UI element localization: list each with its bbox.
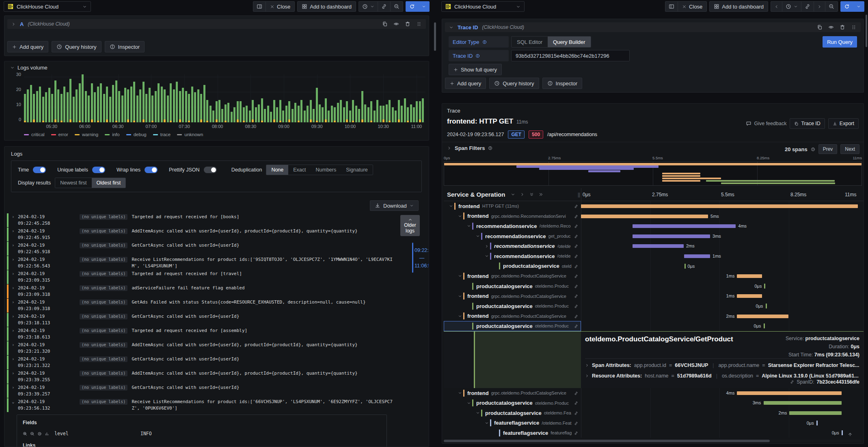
span-bar[interactable] xyxy=(737,294,762,298)
span-bar[interactable] xyxy=(581,204,858,208)
span-bar[interactable] xyxy=(684,254,710,258)
log-row[interactable]: ›2024-02-19 09:23:39.257(no unique label… xyxy=(7,384,396,398)
legend-item-trace[interactable]: trace xyxy=(153,132,171,137)
legend-item-unknown[interactable]: unknown xyxy=(177,132,203,137)
download-button[interactable]: Download xyxy=(370,200,419,211)
log-row[interactable]: ›2024-02-19 09:22:45.258(no unique label… xyxy=(7,213,396,227)
chevron-right-icon[interactable]: › xyxy=(12,214,18,226)
legend-item-critical[interactable]: critical xyxy=(24,132,45,137)
duplicate-query-icon[interactable] xyxy=(382,21,388,27)
horizontal-scrollbar[interactable] xyxy=(444,440,862,442)
span-row[interactable]: frontendgrpc.oteldemo.ProductCatalogServ… xyxy=(444,271,864,281)
span-row[interactable]: productcatalogserviceoteldemo.Produc0μs xyxy=(444,281,864,291)
log-row[interactable]: ›2024-02-19 09:23:39.255(no unique label… xyxy=(7,370,396,384)
span-row[interactable]: recommendationservice/otelde2ms xyxy=(444,241,864,251)
span-attributes-row[interactable]: Span Attributes:app.product.id=66VCHSJNU… xyxy=(585,362,859,368)
datasource-picker[interactable]: ClickHouse Cloud xyxy=(441,1,525,12)
span-bar[interactable] xyxy=(764,401,842,405)
legend-item-warning[interactable]: warning xyxy=(75,132,98,137)
copy-link-button[interactable] xyxy=(378,1,391,12)
span-row[interactable]: productcatalogserviceoteldemo.Produc3ms xyxy=(444,398,864,408)
span-row[interactable]: productcatalogserviceoteld0μs xyxy=(444,261,864,271)
display-option-oldest-first[interactable]: Oldest first xyxy=(92,178,126,188)
display-option-newest-first[interactable]: Newest first xyxy=(55,178,91,188)
log-scroll-indicator[interactable] xyxy=(412,243,413,273)
log-row[interactable]: ›2024-02-19 09:23:09.318(no unique label… xyxy=(7,299,396,312)
span-bar[interactable] xyxy=(737,391,841,395)
hide-query-icon[interactable] xyxy=(393,21,399,27)
span-tick[interactable] xyxy=(816,421,818,425)
run-query-button[interactable]: Run Query xyxy=(823,36,857,48)
show-full-query-button[interactable]: Show full query xyxy=(449,64,502,75)
prev-span-button[interactable]: Prev xyxy=(818,144,838,154)
time-shift-back-button[interactable] xyxy=(771,1,782,12)
span-row[interactable]: frontendHTTP GET (11ms) xyxy=(444,201,864,211)
chevron-down-icon[interactable]: ⌄ xyxy=(12,399,18,411)
chevron-right-icon[interactable]: › xyxy=(12,384,18,397)
dedup-option-signature[interactable]: Signature xyxy=(341,165,373,175)
log-row[interactable]: ›2024-02-19 09:23:18.113(no unique label… xyxy=(7,313,396,327)
prettify-json-toggle[interactable] xyxy=(204,167,217,173)
delete-query-icon[interactable] xyxy=(405,21,410,27)
inspector-button[interactable]: Inspector xyxy=(105,41,145,52)
span-row[interactable]: recommendationservice/oteldemo.Reco4ms xyxy=(444,221,864,231)
trace-id-copy-button[interactable]: Trace ID xyxy=(790,118,825,129)
span-tick[interactable] xyxy=(684,264,686,269)
span-bar[interactable] xyxy=(633,234,710,238)
resource-attributes-row[interactable]: Resource Attributes:host.name=51d7989a61… xyxy=(585,373,859,379)
give-feedback-link[interactable]: Give feedback xyxy=(746,121,786,126)
refresh-button[interactable] xyxy=(840,1,853,12)
span-row[interactable]: frontendgrpc.oteldemo.ProductCatalogServ… xyxy=(444,311,864,321)
refresh-button[interactable] xyxy=(406,1,419,12)
unique-labels-toggle[interactable] xyxy=(92,167,105,173)
query-history-button[interactable]: Query history xyxy=(489,78,539,89)
span-row[interactable]: frontendgrpc.oteldemo.RecommendationServ… xyxy=(444,211,864,221)
drag-handle-icon[interactable] xyxy=(416,21,422,27)
chevron-right-icon[interactable]: › xyxy=(12,342,18,354)
delete-query-icon[interactable] xyxy=(840,24,845,30)
split-pane-button[interactable] xyxy=(665,1,678,12)
column-resize-handle[interactable]: || xyxy=(578,192,580,197)
add-query-button[interactable]: Add query xyxy=(445,78,486,89)
log-row[interactable]: ›2024-02-19 09:23:18.613(no unique label… xyxy=(7,327,396,341)
add-query-button[interactable]: Add query xyxy=(7,41,48,52)
datasource-picker[interactable]: ClickHouse Cloud xyxy=(4,1,91,12)
time-toggle[interactable] xyxy=(33,167,46,173)
chevron-right-icon[interactable]: › xyxy=(12,256,18,269)
span-row[interactable]: featureflagservice/oteldemo.Feat0μs xyxy=(444,418,864,428)
span-tick[interactable] xyxy=(764,323,765,328)
span-bar[interactable] xyxy=(633,224,736,228)
chevron-right-icon[interactable]: › xyxy=(12,228,18,241)
log-row[interactable]: ›2024-02-19 09:22:56.543(no unique label… xyxy=(7,256,396,270)
chevron-right-icon[interactable]: › xyxy=(12,242,18,255)
span-bar[interactable] xyxy=(737,274,762,278)
query-history-button[interactable]: Query history xyxy=(52,41,101,52)
log-row[interactable]: ›2024-02-19 09:22:45.918(no unique label… xyxy=(7,242,396,256)
legend-item-error[interactable]: error xyxy=(51,132,68,137)
add-to-dashboard-button[interactable]: Add to dashboard xyxy=(709,1,768,12)
log-row[interactable]: ›2024-02-19 09:23:09.318(no unique label… xyxy=(7,284,396,298)
logs-volume-header[interactable]: Logs volume xyxy=(10,65,48,71)
drag-handle-icon[interactable] xyxy=(851,24,857,30)
chevron-right-icon[interactable]: › xyxy=(12,285,18,297)
trace-minimap[interactable] xyxy=(444,161,862,186)
time-picker-button[interactable] xyxy=(782,1,801,12)
chevron-right-icon[interactable]: › xyxy=(12,328,18,340)
zoom-out-time-button[interactable] xyxy=(390,1,403,12)
editor-type-query-builder[interactable]: Query Builder xyxy=(548,37,590,47)
span-row[interactable]: featureflagservicefeatureflag0μs xyxy=(444,428,864,438)
expand-one-icon[interactable] xyxy=(520,192,525,197)
span-row[interactable]: recommendationserviceget_produc3ms xyxy=(444,231,864,241)
span-id[interactable]: SpanID: 7b23cec443156dfe xyxy=(790,379,859,385)
log-row[interactable]: ›2024-02-19 09:23:21.320(no unique label… xyxy=(7,341,396,355)
query-row-header[interactable]: A (ClickHouse Cloud) xyxy=(7,19,426,29)
copy-link-button[interactable] xyxy=(801,1,814,12)
span-tick[interactable] xyxy=(764,284,765,289)
log-row[interactable]: ›2024-02-19 09:23:09.315(no unique label… xyxy=(7,270,396,284)
expand-all-icon[interactable] xyxy=(539,192,543,197)
span-row[interactable]: recommendationservice/otelde1ms xyxy=(444,251,864,261)
legend-item-debug[interactable]: debug xyxy=(126,132,147,137)
chevron-right-icon[interactable]: › xyxy=(12,356,18,369)
span-row[interactable]: frontendgrpc.oteldemo.ProductCatalogServ… xyxy=(444,291,864,301)
editor-type-sql-editor[interactable]: SQL Editor xyxy=(512,37,548,47)
